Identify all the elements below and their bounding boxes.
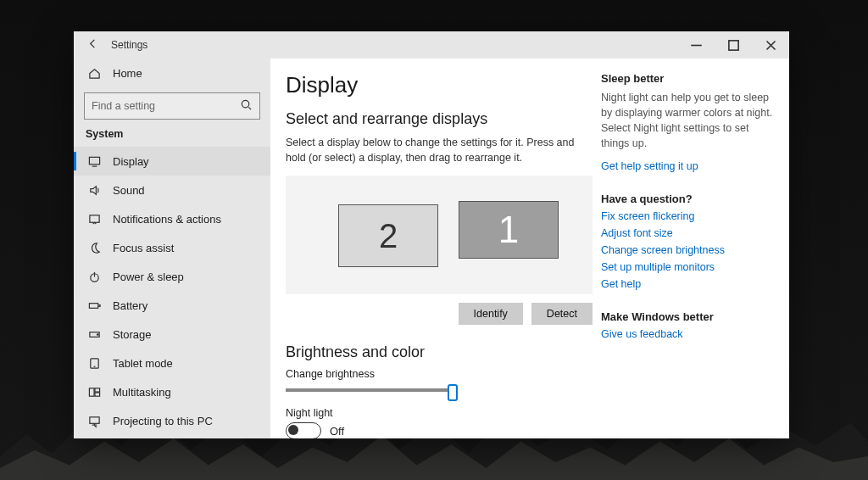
sidebar-item-label: Projecting to this PC [113,415,213,427]
svg-rect-2 [89,157,99,164]
arrow-left-icon [86,37,99,50]
svg-rect-12 [89,416,98,423]
sidebar-item-label: Battery [113,299,147,312]
help-link[interactable]: Set up multiple monitors [601,261,774,273]
svg-rect-3 [89,215,98,221]
svg-rect-10 [94,388,99,391]
brightness-label: Change brightness [286,368,581,380]
sidebar-item-label: Storage [113,328,152,341]
sidebar-item-label: Power & sleep [113,271,184,283]
help-link[interactable]: Get help [601,278,774,290]
close-button[interactable] [752,31,789,59]
battery-icon [86,299,103,312]
display-icon [86,155,103,168]
svg-rect-11 [94,392,99,395]
sleep-better-desc: Night light can help you get to sleep by… [601,90,774,152]
titlebar[interactable]: Settings [74,31,789,59]
sidebar-item-sound[interactable]: Sound [74,176,270,204]
multitasking-icon [86,386,103,399]
sidebar-item-storage[interactable]: Storage [74,320,270,349]
moon-icon [86,242,103,254]
sound-icon [86,184,103,197]
arrangement-buttons: Identify Detect [286,303,593,325]
detect-button[interactable]: Detect [531,303,593,325]
minimize-button[interactable] [677,31,715,59]
back-button[interactable] [74,37,111,53]
sidebar-item-label: Tablet mode [113,357,173,370]
sidebar-item-power-sleep[interactable]: Power & sleep [74,262,270,291]
sidebar-item-label: Multitasking [113,386,171,399]
content-area: Display Select and rearrange displays Se… [270,59,789,438]
toggle-knob [288,425,298,435]
maximize-button[interactable] [715,31,752,59]
minimize-icon [690,39,703,52]
projecting-icon [86,415,103,427]
tablet-icon [86,357,103,370]
brightness-slider[interactable] [286,388,455,392]
maximize-icon [727,39,740,52]
category-label: System [74,128,270,147]
window-controls [677,31,789,59]
tips-pane: Sleep better Night light can help you ge… [601,59,789,438]
nav-list: DisplaySoundNotifications & actionsFocus… [74,147,270,435]
sidebar-item-display[interactable]: Display [74,147,270,176]
sidebar-item-label: Display [113,155,149,168]
close-icon [765,39,777,52]
help-link[interactable]: Fix screen flickering [601,210,774,222]
svg-point-7 [97,333,98,335]
sidebar-item-focus-assist[interactable]: Focus assist [74,233,270,262]
home-label: Home [113,67,142,80]
sidebar-item-label: Sound [113,184,145,197]
sidebar-item-notifications-actions[interactable]: Notifications & actions [74,204,270,233]
svg-rect-9 [89,388,94,395]
sleep-better-heading: Sleep better [601,72,774,85]
sidebar-item-label: Notifications & actions [113,213,221,226]
help-link[interactable]: Adjust font size [601,227,774,239]
sidebar-item-tablet-mode[interactable]: Tablet mode [74,349,270,377]
identify-button[interactable]: Identify [459,303,523,325]
home-nav[interactable]: Home [74,59,270,87]
svg-point-1 [242,100,248,107]
monitor-2[interactable]: 2 [338,204,438,267]
help-link[interactable]: Change screen brightness [601,244,774,256]
app-title: Settings [111,39,147,51]
sidebar-item-projecting-to-this-pc[interactable]: Projecting to this PC [74,406,270,435]
search-placeholder: Find a setting [92,100,240,112]
feedback-link[interactable]: Give us feedback [601,328,774,340]
arrange-description: Select a display below to change the set… [286,135,581,165]
power-icon [86,271,103,283]
question-heading: Have a question? [601,193,774,205]
slider-thumb[interactable] [448,384,458,401]
svg-rect-0 [728,40,737,49]
night-light-state: Off [330,425,344,438]
main-pane: Display Select and rearrange displays Se… [270,59,601,438]
arrange-heading: Select and rearrange displays [286,110,581,128]
brightness-heading: Brightness and color [286,343,581,361]
storage-icon [86,328,103,341]
search-input[interactable]: Find a setting [84,92,260,120]
monitor-1[interactable]: 1 [459,201,559,259]
home-icon [86,67,103,80]
sidebar-item-multitasking[interactable]: Multitasking [74,377,270,406]
sidebar-item-battery[interactable]: Battery [74,291,270,320]
night-light-label: Night light [286,407,581,419]
svg-rect-5 [89,303,97,308]
feedback-heading: Make Windows better [601,310,774,323]
search-icon [240,98,253,114]
display-arrangement[interactable]: 2 1 [286,176,593,294]
sidebar: Home Find a setting System DisplaySoundN… [74,59,270,438]
night-light-toggle[interactable] [286,422,321,438]
sidebar-item-label: Focus assist [113,242,174,254]
settings-window: Settings Home Find a setting System Disp… [74,31,789,438]
page-title: Display [286,72,581,98]
notifications-icon [86,213,103,226]
sleep-better-link[interactable]: Get help setting it up [601,160,774,172]
